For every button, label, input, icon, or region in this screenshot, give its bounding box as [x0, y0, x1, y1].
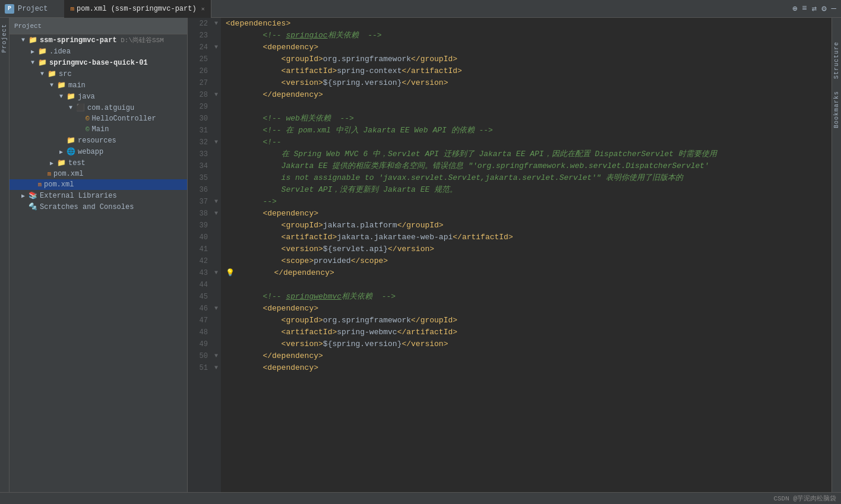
code-line-50: </dependency> — [226, 350, 831, 362]
tree-item-main-class[interactable]: © Main — [10, 124, 187, 135]
item-label: test — [68, 159, 86, 167]
tree-item-java[interactable]: ▼ 📁 java — [10, 91, 187, 102]
left-side-label: Project — [0, 18, 10, 492]
xml-icon: m — [48, 171, 51, 177]
tree-item-ssm-root[interactable]: ▼ 📁 ssm-springmvc-part D:\尚硅谷SSM — [10, 34, 187, 46]
arrow-icon: ▶ — [50, 160, 57, 167]
item-label: pom.xml — [53, 170, 83, 178]
project-label: Project — [18, 5, 48, 13]
arrow-icon: ▶ — [59, 148, 67, 156]
no-arrow — [21, 204, 29, 210]
code-line-31: <!-- 在 pom.xml 中引入 Jakarta EE Web API 的依… — [226, 125, 831, 137]
code-line-45: <!-- springwebmvc相关依赖 --> — [226, 291, 831, 303]
resources-icon: 📁 — [67, 136, 75, 145]
code-line-51: <dependency> — [226, 362, 831, 374]
folder-icon: 📁 — [57, 81, 66, 90]
code-line-33: 在 Spring Web MVC 6 中，Servlet API 迁移到了 Ja… — [226, 148, 831, 160]
tree-item-pom2[interactable]: m pom.xml — [10, 179, 187, 190]
code-line-23: <!-- springioc相关依赖 --> — [226, 30, 831, 42]
code-line-40: <artifactId>jakarta.jakartaee-web-api</a… — [226, 232, 831, 243]
collapse-icon[interactable]: ⇄ — [812, 4, 817, 14]
arrow-icon: ▼ — [31, 59, 38, 66]
watermark: CSDN @芋泥肉松脑袋 — [773, 494, 836, 503]
title-bar-left: P Project — [5, 4, 48, 14]
code-content: 2223242526 2728293031 3233343536 3738394… — [188, 18, 831, 492]
add-module-icon[interactable]: ⊕ — [792, 4, 797, 14]
tab-label: pom.xml (ssm-springmvc-part) — [77, 5, 197, 13]
tree-item-webapp[interactable]: ▶ 🌐 webapp — [10, 146, 187, 157]
item-label: java — [78, 93, 95, 101]
tree-item-resources[interactable]: 📁 resources — [10, 135, 187, 146]
arrow-icon: ▼ — [21, 37, 29, 43]
tree-header: Project — [10, 18, 187, 34]
package-icon: ⬛ — [76, 103, 85, 112]
code-line-47: <groupId>org.springframework</groupId> — [226, 315, 831, 327]
tab-bar: m pom.xml (ssm-springmvc-part) ✕ — [64, 0, 211, 18]
item-label: ssm-springmvc-part — [40, 36, 117, 45]
code-line-29 — [226, 101, 831, 113]
tab-close-icon[interactable]: ✕ — [201, 5, 205, 12]
class-orange-icon: © — [86, 115, 90, 122]
bookmarks-label[interactable]: Bookmarks — [833, 91, 840, 128]
item-label: com.atguigu — [87, 104, 134, 112]
project-side-label[interactable]: Project — [1, 24, 8, 53]
code-line-36: Servlet API，没有更新到 Jakarta EE 规范。 — [226, 184, 831, 196]
arrow-icon: ▼ — [69, 104, 76, 111]
code-line-38: <dependency> — [226, 208, 831, 220]
code-line-43: 💡 </dependency> — [226, 267, 831, 279]
code-line-42: <scope>provided</scope> — [226, 255, 831, 267]
minimize-icon[interactable]: — — [831, 4, 836, 14]
folder-icon: 📁 — [38, 58, 47, 67]
tree-item-scratches[interactable]: 🔩 Scratches and Consoles — [10, 201, 187, 213]
folder-icon: 📁 — [38, 47, 47, 56]
item-path: D:\尚硅谷SSM — [117, 36, 164, 45]
pom-tab[interactable]: m pom.xml (ssm-springmvc-part) ✕ — [64, 0, 211, 18]
toolbar-icons: ⊕ ≡ ⇄ ⚙ — — [792, 4, 836, 14]
tree-item-main[interactable]: ▼ 📁 main — [10, 80, 187, 91]
arrow-icon: ▼ — [59, 93, 67, 100]
right-side-labels: Structure Bookmarks — [831, 18, 841, 492]
code-line-24: <dependency> — [226, 42, 831, 53]
no-arrow — [78, 116, 86, 122]
tree-item-springmvc-base[interactable]: ▼ 📁 springmvc-base-quick-01 — [10, 57, 187, 68]
code-editor[interactable]: <dependencies> <!-- springioc相关依赖 --> <d… — [221, 18, 831, 492]
structure-label[interactable]: Structure — [833, 42, 840, 79]
no-arrow — [59, 137, 67, 144]
item-label: resources — [78, 137, 116, 145]
no-arrow — [78, 126, 86, 133]
arrow-icon: ▼ — [40, 71, 48, 77]
code-line-34: Jakarta EE 提供的相应类库和命名空间。错误信息 "'org.sprin… — [226, 160, 831, 172]
settings-icon[interactable]: ⚙ — [821, 4, 826, 14]
project-icon: P — [5, 4, 14, 14]
arrow-icon: ▶ — [31, 48, 38, 55]
item-label: springmvc-base-quick-01 — [49, 59, 148, 67]
sync-icon[interactable]: ≡ — [802, 4, 807, 14]
folder-blue-icon: 📁 — [67, 92, 75, 101]
tree-item-hello-controller[interactable]: © HelloController — [10, 113, 187, 124]
code-line-44 — [226, 279, 831, 291]
tab-m-icon: m — [70, 5, 74, 12]
code-line-39: <groupId>jakarta.platform</groupId> — [226, 220, 831, 232]
scratches-icon: 🔩 — [29, 202, 37, 211]
code-line-27: <version>${spring.version}</version> — [226, 77, 831, 89]
tree-item-ext-libs[interactable]: ▶ 📚 External Libraries — [10, 190, 187, 201]
item-label: src — [59, 70, 72, 78]
tree-item-pom1[interactable]: m pom.xml — [10, 169, 187, 179]
tree-header-label: Project — [14, 23, 42, 30]
class-green-icon: © — [86, 126, 90, 133]
folder-icon: 📁 — [29, 36, 37, 45]
ext-libs-icon: 📚 — [29, 191, 37, 200]
tree-item-com-atguigu[interactable]: ▼ ⬛ com.atguigu — [10, 102, 187, 113]
code-line-48: <artifactId>spring-webmvc</artifactId> — [226, 327, 831, 338]
code-line-41: <version>${servlet.api}</version> — [226, 243, 831, 255]
tree-item-test[interactable]: ▶ 📁 test — [10, 157, 187, 169]
tree-item-idea[interactable]: ▶ 📁 .idea — [10, 46, 187, 57]
code-line-35: is not assignable to 'javax.servlet.Serv… — [226, 172, 831, 184]
arrow-icon: ▼ — [50, 82, 57, 88]
code-line-25: <groupId>org.springframework</groupId> — [226, 53, 831, 65]
tree-item-src[interactable]: ▼ 📁 src — [10, 68, 187, 80]
code-line-30: <!-- web相关依赖 --> — [226, 113, 831, 125]
code-line-32: <!-- — [226, 137, 831, 148]
folder-icon: 📁 — [57, 159, 66, 167]
title-bar: P Project m pom.xml (ssm-springmvc-part)… — [0, 0, 841, 18]
